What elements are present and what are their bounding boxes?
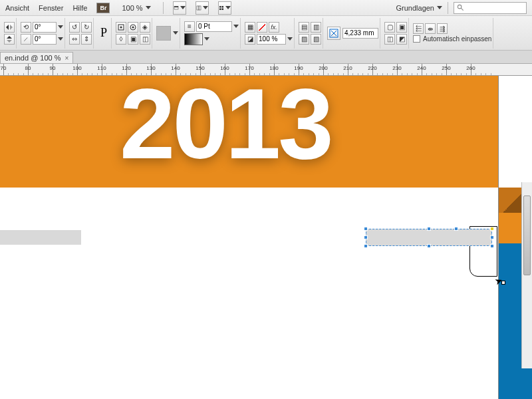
effects-group: ▦ fx. ◪ 100 % bbox=[243, 18, 295, 49]
rotate-ccw-button[interactable]: ↺ bbox=[69, 22, 80, 33]
stepper-icon[interactable] bbox=[233, 25, 239, 28]
select-next-button[interactable]: ◊ bbox=[116, 34, 126, 45]
svg-rect-6 bbox=[219, 8, 221, 10]
auto-fit-label: Automatisch einpassen bbox=[423, 35, 491, 43]
menu-ansicht[interactable]: Ansicht bbox=[5, 4, 29, 12]
align-right-button[interactable]: ⇶ bbox=[437, 23, 448, 34]
wrap-bounds-button[interactable]: ▥ bbox=[311, 22, 321, 33]
wrap-none-button[interactable]: ▤ bbox=[299, 22, 309, 33]
fill-stroke-group bbox=[155, 18, 180, 49]
horizontal-ruler[interactable]: 6070809010011012013014015016017018019020… bbox=[0, 64, 532, 76]
stroke-weight-icon: ≡ bbox=[184, 21, 195, 32]
opacity-input[interactable]: 100 % bbox=[257, 34, 286, 45]
frame-opt3-button[interactable]: ◫ bbox=[384, 34, 395, 45]
text-wrap-group: ▤ ▥ ▨ ▧ bbox=[297, 18, 323, 49]
document-tab-bar: en.indd @ 100 % × bbox=[0, 51, 532, 64]
dropdown-arrow-icon bbox=[437, 6, 442, 9]
rotate-icon: ⟲ bbox=[21, 22, 31, 33]
stroke-group: ≡ 0 Pt bbox=[183, 18, 241, 49]
group-button[interactable]: ▣ bbox=[128, 34, 138, 45]
resize-handle[interactable] bbox=[364, 244, 368, 248]
frame-options-group: ▢ ▣ ◫ ◩ bbox=[383, 18, 409, 49]
select-prev-button[interactable]: ◈ bbox=[140, 22, 150, 33]
no-effect-button[interactable] bbox=[257, 22, 267, 33]
fx-button[interactable]: fx. bbox=[269, 22, 279, 33]
select-content-button[interactable] bbox=[128, 22, 138, 33]
fit-frame-button[interactable] bbox=[327, 27, 340, 40]
screen-mode-button[interactable] bbox=[173, 1, 186, 15]
scrollbar-thumb[interactable] bbox=[523, 196, 531, 275]
resize-handle[interactable] bbox=[427, 244, 431, 248]
resize-handle[interactable] bbox=[427, 227, 431, 231]
rotate-cw-button[interactable]: ↻ bbox=[81, 22, 92, 33]
arrange-button[interactable] bbox=[196, 1, 209, 15]
vertical-scrollbar[interactable] bbox=[521, 182, 532, 368]
svg-point-11 bbox=[120, 26, 122, 28]
selected-frame[interactable] bbox=[366, 229, 492, 246]
workspace-label: Grundlagen bbox=[396, 4, 435, 12]
align-center-button[interactable]: ⇼ bbox=[425, 23, 436, 34]
stroke-weight-input[interactable]: 0 Pt bbox=[196, 21, 232, 32]
rotate-group: ⟲ 0° ⟋ 0° bbox=[19, 18, 65, 49]
stroke-style-swatch[interactable] bbox=[184, 33, 203, 45]
zoom-level[interactable]: 100 % bbox=[119, 4, 153, 12]
frame-fit-group: 4,233 mm bbox=[326, 18, 380, 49]
search-icon bbox=[457, 4, 464, 11]
canvas[interactable]: 2013 ➤ bbox=[0, 76, 532, 399]
stepper-icon[interactable] bbox=[58, 37, 63, 41]
document-tab-label: en.indd @ 100 % bbox=[5, 54, 61, 62]
search-input[interactable] bbox=[454, 2, 527, 14]
svg-point-13 bbox=[132, 26, 134, 28]
stepper-icon[interactable] bbox=[287, 37, 293, 41]
shear-input[interactable]: 0° bbox=[33, 34, 57, 45]
fill-swatch[interactable] bbox=[156, 26, 171, 41]
select-container-button[interactable] bbox=[116, 22, 126, 33]
measure-input[interactable]: 4,233 mm bbox=[342, 28, 378, 39]
menu-fenster[interactable]: Fenster bbox=[39, 4, 63, 12]
rotation-input[interactable]: 0° bbox=[33, 22, 57, 33]
document-tab[interactable]: en.indd @ 100 % × bbox=[0, 52, 73, 63]
svg-rect-1 bbox=[174, 6, 178, 7]
ungroup-button[interactable]: ◫ bbox=[140, 34, 150, 45]
frame-opt2-button[interactable]: ▣ bbox=[396, 22, 407, 33]
dropdown-arrow-icon[interactable] bbox=[204, 37, 209, 41]
flip-vertical-button[interactable] bbox=[4, 34, 15, 45]
flip-v-button[interactable]: ⇕ bbox=[81, 34, 92, 45]
wrap-jump-button[interactable]: ▧ bbox=[311, 34, 321, 45]
flip-h-button[interactable]: ⇔ bbox=[69, 34, 80, 45]
zoom-value: 100 % bbox=[122, 4, 142, 12]
year-text: 2013 bbox=[120, 76, 331, 182]
bridge-badge[interactable]: Br bbox=[96, 3, 110, 13]
swatch-dropdown-icon[interactable] bbox=[173, 31, 178, 35]
auto-fit-checkbox[interactable]: Automatisch einpassen bbox=[413, 35, 491, 43]
resize-handle[interactable] bbox=[490, 235, 494, 239]
frame-opt1-button[interactable]: ▢ bbox=[384, 22, 395, 33]
gray-placeholder-left bbox=[0, 230, 81, 245]
cursor-handle bbox=[501, 281, 505, 285]
resize-handle[interactable] bbox=[364, 227, 368, 231]
resize-handle-live[interactable] bbox=[490, 227, 494, 231]
flip-horizontal-button[interactable] bbox=[4, 22, 15, 33]
svg-rect-2 bbox=[197, 6, 199, 10]
frame-opt4-button[interactable]: ◩ bbox=[396, 34, 407, 45]
drop-shadow-button[interactable]: ◪ bbox=[245, 34, 255, 45]
opacity-icon: ▦ bbox=[245, 22, 255, 33]
resize-handle[interactable] bbox=[490, 244, 494, 248]
resize-handle[interactable] bbox=[364, 235, 368, 239]
character-format-icon[interactable]: P bbox=[98, 26, 110, 40]
align-left-button[interactable]: ⬱ bbox=[413, 23, 424, 34]
stepper-icon[interactable] bbox=[58, 25, 63, 29]
wrap-shape-button[interactable]: ▨ bbox=[299, 34, 309, 45]
svg-point-8 bbox=[458, 5, 462, 9]
resize-handle[interactable] bbox=[454, 227, 458, 231]
view-options-button[interactable] bbox=[218, 1, 231, 15]
menu-hilfe[interactable]: Hilfe bbox=[72, 4, 87, 12]
pathfinder-group: ◈ ◊ ▣ ◫ bbox=[114, 18, 152, 49]
shear-icon: ⟋ bbox=[21, 34, 31, 45]
close-icon[interactable]: × bbox=[65, 55, 69, 62]
svg-rect-4 bbox=[219, 6, 221, 8]
workspace-selector[interactable]: Grundlagen bbox=[396, 4, 443, 12]
text-group: P bbox=[96, 18, 112, 49]
dropdown-arrow-icon bbox=[146, 6, 151, 9]
quick-rotate-group: ↺ ↻ ⇔ ⇕ bbox=[68, 18, 94, 49]
